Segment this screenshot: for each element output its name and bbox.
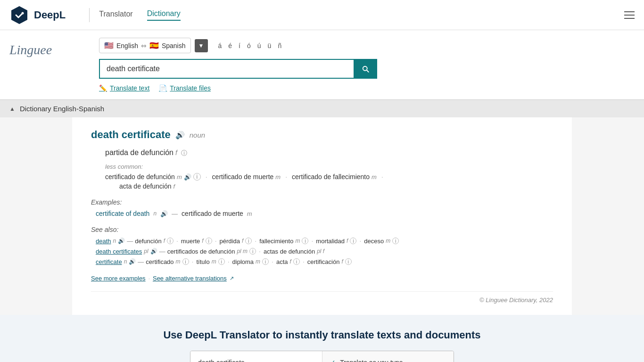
sa-dash-death: — [127, 238, 133, 245]
sa-info-defuncion[interactable]: i [167, 238, 173, 244]
primary-translation-text: partida de defunción [105, 148, 173, 156]
special-char-i-acute[interactable]: í [237, 41, 242, 50]
nav-dictionary[interactable]: Dictionary [147, 9, 181, 21]
sa-gender-acta: f [290, 258, 291, 265]
translate-links: ✏️ Translate text 📄 Translate files [99, 84, 635, 92]
promo-right-text: ✓ Translate as you type [330, 359, 446, 362]
sa-gender-perdida: f [242, 238, 243, 244]
sa-info-titulo[interactable]: i [218, 258, 225, 265]
special-char-n-tilde[interactable]: ñ [276, 41, 283, 50]
ex-arrow-1: — [172, 210, 178, 217]
sa-gender-certificado: m [176, 258, 181, 265]
file-icon: 📄 [159, 84, 167, 92]
lc-gender-1: m [177, 173, 182, 181]
sa-dash-certificate: — [138, 258, 144, 265]
sa-trans-defuncion: defunción [135, 238, 161, 245]
nav-translator[interactable]: Translator [99, 10, 132, 20]
special-chars-bar: á é í ó ú ü ñ [216, 41, 284, 50]
lc-extra: acta de defunción f [119, 182, 553, 190]
language-dropdown-arrow[interactable]: ▼ [195, 39, 208, 52]
sa-info-certificacion[interactable]: i [345, 258, 352, 265]
sa-pos-death: n [113, 238, 116, 244]
sa-gender-certs-defuncion: pl m [237, 248, 248, 255]
sa-info-certificado[interactable]: i [182, 258, 189, 265]
sa-gender-fallecimiento: m [295, 238, 300, 244]
search-button[interactable] [354, 59, 377, 79]
sa-audio-certificate[interactable]: 🔊 [129, 258, 136, 265]
special-char-e-acute[interactable]: é [226, 41, 234, 50]
sa-info-certs-defuncion[interactable]: i [249, 248, 256, 255]
search-input[interactable] [99, 59, 354, 79]
hamburger-menu-button[interactable] [624, 11, 635, 19]
lc-sep-1: · [206, 173, 207, 181]
sa-term-death-certs[interactable]: death certificates [96, 248, 142, 255]
sa-gender-muerte: f [202, 238, 203, 244]
language-dropdown[interactable]: 🇺🇸 English ⇔ 🇪🇸 Spanish [99, 38, 191, 53]
promo-translate-label: Translate as you type [340, 359, 403, 362]
promo-section: Use DeepL Translator to instantly transl… [0, 315, 644, 362]
footer-links: See more examples · See alternative tran… [91, 275, 553, 282]
lang-from-label: English [116, 42, 138, 49]
external-link-icon: ↗ [230, 275, 234, 281]
ex-audio-1[interactable]: 🔊 [160, 210, 168, 217]
sa-info-perdida[interactable]: i [245, 238, 252, 244]
sa-trans-titulo: título [196, 258, 209, 265]
more-examples-link[interactable]: See more examples [91, 275, 146, 282]
promo-box-right: ✓ Translate as you type [322, 351, 454, 362]
sa-info-deceso[interactable]: i [392, 238, 399, 244]
special-char-a-acute[interactable]: á [216, 41, 224, 50]
search-box [99, 59, 382, 79]
promo-input-text[interactable]: death certificate [198, 359, 314, 362]
lc-extra-text: acta de defunción [119, 182, 172, 190]
sa-info-mortalidad[interactable]: i [350, 238, 356, 244]
menu-line-2 [624, 15, 635, 16]
lc-item-3: certificado de fallecimiento m [292, 173, 377, 181]
sa-trans-actas-defuncion: actas de defunción [264, 248, 315, 255]
special-char-u-umlaut[interactable]: ü [266, 41, 273, 50]
sa-audio-death[interactable]: 🔊 [118, 238, 125, 244]
search-icon [361, 65, 370, 73]
entry-pos: noun [190, 131, 205, 139]
lc-text-2: certificado de muerte [212, 173, 274, 181]
footer-sep: · [149, 275, 150, 282]
ex-pos-1: n [153, 210, 157, 217]
sa-trans-fallecimiento: fallecimiento [259, 238, 293, 245]
lc-gender-2: m [275, 173, 281, 181]
entry-audio-button[interactable]: 🔊 [175, 131, 185, 140]
promo-box-left: death certificate [190, 351, 322, 362]
less-common-label: less common: [105, 163, 553, 170]
sa-info-fallecimiento[interactable]: i [302, 238, 308, 244]
sa-gender-mortalidad: f [347, 238, 348, 244]
sa-audio-death-certs[interactable]: 🔊 [150, 248, 157, 255]
sa-info-acta[interactable]: i [293, 258, 300, 265]
example-item-1: certificate of death n 🔊 — certificado d… [96, 210, 553, 217]
collapse-button[interactable]: ▲ [9, 106, 15, 112]
special-char-o-acute[interactable]: ó [245, 41, 253, 50]
lc-info-1[interactable]: i [193, 173, 201, 181]
special-char-u-acute[interactable]: ú [256, 41, 263, 50]
lc-item-1: certificado de defunción m 🔊 i [105, 173, 201, 181]
primary-info-icon[interactable]: ⓘ [181, 149, 187, 156]
sa-trans-certs-defuncion: certificados de defunción [167, 248, 235, 255]
lc-sep-3: · [381, 173, 383, 181]
entry-word: death certificate [91, 129, 171, 141]
deepl-logo-icon [9, 5, 29, 25]
svg-point-1 [22, 12, 24, 14]
promo-boxes: death certificate ✓ Translate as you typ… [190, 351, 454, 362]
translate-text-link[interactable]: ✏️ Translate text [99, 84, 149, 92]
primary-translation: partida de defunción f ⓘ [105, 148, 553, 157]
lc-extra-gender: f [173, 183, 175, 190]
sa-term-death[interactable]: death [96, 238, 111, 245]
alt-translations-link[interactable]: See alternative translations [153, 275, 227, 282]
flag-to-icon: 🇪🇸 [149, 41, 159, 50]
sa-gender-certificacion: f [341, 258, 343, 265]
see-also-row-death: death n 🔊 — defunción f i · muerte f i ·… [96, 237, 553, 245]
ex-en-1[interactable]: certificate of death [96, 210, 149, 217]
lc-audio-1[interactable]: 🔊 [184, 173, 191, 181]
menu-line-3 [624, 18, 635, 19]
translate-files-link[interactable]: 📄 Translate files [159, 84, 211, 92]
sa-pos-death-certs: pl [144, 248, 148, 255]
sa-info-muerte[interactable]: i [206, 238, 212, 244]
sa-term-certificate[interactable]: certificate [96, 258, 122, 265]
sa-info-diploma[interactable]: i [262, 258, 269, 265]
